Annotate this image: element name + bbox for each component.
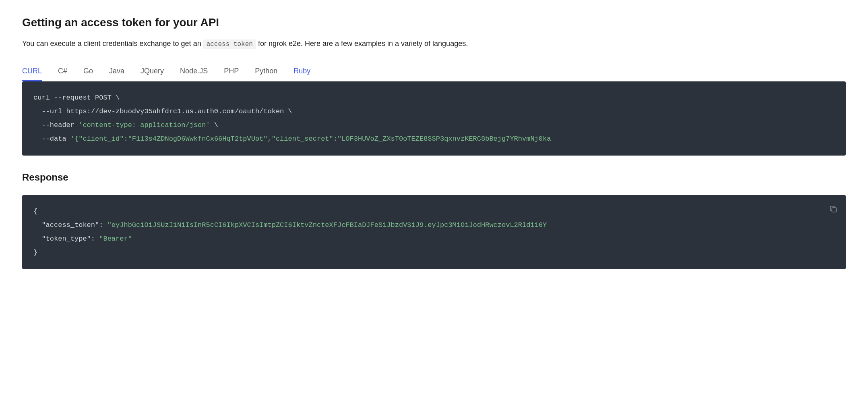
tab-curl[interactable]: CURL (22, 67, 42, 81)
response-line-3-pre: "token_type": (33, 235, 99, 243)
response-line-2-string: "eyJhbGciOiJSUzI1NiIsInR5cCI6IkpXVCIsImt… (107, 221, 547, 229)
tab-python[interactable]: Python (255, 67, 277, 81)
response-line-3-string: "Bearer" (99, 235, 132, 243)
code-line-1: curl --request POST \ (33, 94, 120, 102)
copy-icon[interactable] (829, 205, 838, 214)
tab-go[interactable]: Go (83, 67, 93, 81)
code-line-2: --url https://dev-zbuodvy35ahfdrc1.us.au… (33, 108, 292, 115)
response-line-4: } (33, 249, 37, 256)
code-line-3-pre: --header (33, 121, 79, 129)
request-code-block: curl --request POST \ --url https://dev-… (22, 81, 846, 156)
tab-csharp[interactable]: C# (58, 67, 67, 81)
svg-rect-0 (832, 208, 836, 212)
code-line-4-pre: --data (33, 135, 70, 143)
tab-jquery[interactable]: JQuery (141, 67, 164, 81)
response-line-2-pre: "access_token": (33, 221, 107, 229)
description-paragraph: You can execute a client credentials exc… (22, 38, 846, 50)
code-line-4-string: '{"client_id":"F113s4ZDNogD6WwkfnCx66HqT… (70, 135, 551, 143)
response-code-block: { "access_token": "eyJhbGciOiJSUzI1NiIsI… (22, 195, 846, 269)
tab-php[interactable]: PHP (224, 67, 239, 81)
response-heading: Response (22, 172, 846, 183)
tab-nodejs[interactable]: Node.JS (180, 67, 208, 81)
inline-code-access-token: access token (203, 39, 256, 49)
response-line-1: { (33, 208, 37, 215)
description-pre-text: You can execute a client credentials exc… (22, 39, 203, 48)
page-heading: Getting an access token for your API (22, 16, 846, 29)
code-line-3-post: \ (210, 121, 218, 129)
language-tabs: CURL C# Go Java JQuery Node.JS PHP Pytho… (22, 67, 846, 81)
tab-java[interactable]: Java (109, 67, 124, 81)
code-line-3-string: 'content-type: application/json' (79, 121, 210, 129)
tab-ruby[interactable]: Ruby (293, 67, 310, 81)
description-post-text: for ngrok e2e. Here are a few examples i… (256, 39, 468, 48)
